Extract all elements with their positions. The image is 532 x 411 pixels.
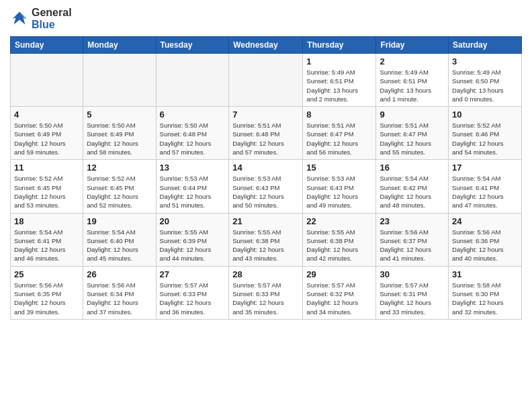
day-info: Sunrise: 5:57 AM Sunset: 6:32 PM Dayligh… bbox=[306, 281, 372, 316]
calendar-header-friday: Friday bbox=[376, 37, 449, 54]
calendar-cell: 12Sunrise: 5:52 AM Sunset: 6:45 PM Dayli… bbox=[83, 160, 156, 213]
calendar-cell: 11Sunrise: 5:52 AM Sunset: 6:45 PM Dayli… bbox=[11, 160, 83, 213]
day-info: Sunrise: 5:53 AM Sunset: 6:44 PM Dayligh… bbox=[160, 174, 226, 210]
day-info: Sunrise: 5:55 AM Sunset: 6:38 PM Dayligh… bbox=[306, 228, 372, 263]
day-info: Sunrise: 5:49 AM Sunset: 6:51 PM Dayligh… bbox=[380, 68, 445, 103]
day-number: 2 bbox=[380, 56, 445, 66]
calendar-week-row: 4Sunrise: 5:50 AM Sunset: 6:49 PM Daylig… bbox=[11, 107, 522, 160]
day-number: 28 bbox=[232, 269, 299, 279]
calendar-cell: 16Sunrise: 5:54 AM Sunset: 6:42 PM Dayli… bbox=[376, 160, 449, 213]
day-info: Sunrise: 5:54 AM Sunset: 6:40 PM Dayligh… bbox=[87, 228, 152, 263]
calendar-cell: 20Sunrise: 5:55 AM Sunset: 6:39 PM Dayli… bbox=[156, 213, 229, 266]
day-info: Sunrise: 5:58 AM Sunset: 6:30 PM Dayligh… bbox=[452, 281, 518, 316]
calendar-cell: 10Sunrise: 5:52 AM Sunset: 6:46 PM Dayli… bbox=[449, 107, 522, 160]
page: General Blue SundayMondayTuesdayWednesda… bbox=[0, 0, 532, 326]
calendar-cell: 17Sunrise: 5:54 AM Sunset: 6:41 PM Dayli… bbox=[449, 160, 522, 213]
day-number: 23 bbox=[380, 216, 445, 226]
calendar-header-monday: Monday bbox=[83, 37, 156, 54]
calendar-cell: 31Sunrise: 5:58 AM Sunset: 6:30 PM Dayli… bbox=[449, 266, 522, 319]
calendar-header-saturday: Saturday bbox=[449, 37, 522, 54]
day-info: Sunrise: 5:52 AM Sunset: 6:45 PM Dayligh… bbox=[14, 174, 79, 210]
day-number: 31 bbox=[452, 269, 518, 279]
day-info: Sunrise: 5:57 AM Sunset: 6:33 PM Dayligh… bbox=[160, 281, 226, 316]
calendar-header-thursday: Thursday bbox=[303, 37, 376, 54]
day-info: Sunrise: 5:54 AM Sunset: 6:41 PM Dayligh… bbox=[14, 228, 79, 263]
day-info: Sunrise: 5:51 AM Sunset: 6:48 PM Dayligh… bbox=[232, 121, 299, 156]
calendar-cell: 29Sunrise: 5:57 AM Sunset: 6:32 PM Dayli… bbox=[303, 266, 376, 319]
calendar-cell: 4Sunrise: 5:50 AM Sunset: 6:49 PM Daylig… bbox=[11, 107, 83, 160]
day-number: 24 bbox=[452, 216, 518, 226]
day-info: Sunrise: 5:56 AM Sunset: 6:34 PM Dayligh… bbox=[87, 281, 152, 316]
day-info: Sunrise: 5:49 AM Sunset: 6:51 PM Dayligh… bbox=[306, 68, 372, 103]
day-number: 19 bbox=[87, 216, 152, 226]
day-number: 5 bbox=[87, 109, 152, 120]
day-number: 16 bbox=[380, 163, 445, 173]
day-info: Sunrise: 5:53 AM Sunset: 6:43 PM Dayligh… bbox=[232, 174, 299, 210]
calendar-cell: 26Sunrise: 5:56 AM Sunset: 6:34 PM Dayli… bbox=[83, 266, 156, 319]
day-number: 20 bbox=[160, 216, 226, 226]
calendar-cell: 14Sunrise: 5:53 AM Sunset: 6:43 PM Dayli… bbox=[229, 160, 303, 213]
day-info: Sunrise: 5:49 AM Sunset: 6:50 PM Dayligh… bbox=[452, 68, 518, 103]
day-number: 30 bbox=[380, 269, 445, 279]
day-number: 9 bbox=[380, 109, 445, 120]
day-info: Sunrise: 5:50 AM Sunset: 6:49 PM Dayligh… bbox=[14, 121, 79, 156]
day-number: 4 bbox=[14, 109, 79, 120]
calendar-cell: 24Sunrise: 5:56 AM Sunset: 6:36 PM Dayli… bbox=[449, 213, 522, 266]
day-number: 7 bbox=[232, 109, 299, 120]
day-number: 18 bbox=[14, 216, 79, 226]
calendar-cell: 15Sunrise: 5:53 AM Sunset: 6:43 PM Dayli… bbox=[303, 160, 376, 213]
day-number: 17 bbox=[452, 163, 518, 173]
calendar-header-tuesday: Tuesday bbox=[156, 37, 229, 54]
calendar-cell: 8Sunrise: 5:51 AM Sunset: 6:47 PM Daylig… bbox=[303, 107, 376, 160]
calendar-cell: 3Sunrise: 5:49 AM Sunset: 6:50 PM Daylig… bbox=[449, 54, 522, 107]
calendar-cell: 18Sunrise: 5:54 AM Sunset: 6:41 PM Dayli… bbox=[11, 213, 83, 266]
logo-bird-icon bbox=[10, 9, 29, 28]
calendar-header-row: SundayMondayTuesdayWednesdayThursdayFrid… bbox=[11, 37, 522, 54]
day-info: Sunrise: 5:56 AM Sunset: 6:35 PM Dayligh… bbox=[14, 281, 79, 316]
day-info: Sunrise: 5:55 AM Sunset: 6:38 PM Dayligh… bbox=[232, 228, 299, 263]
calendar-header-sunday: Sunday bbox=[11, 37, 83, 54]
day-info: Sunrise: 5:52 AM Sunset: 6:45 PM Dayligh… bbox=[87, 174, 152, 210]
day-number: 29 bbox=[306, 269, 372, 279]
calendar-cell: 23Sunrise: 5:56 AM Sunset: 6:37 PM Dayli… bbox=[376, 213, 449, 266]
calendar-cell: 28Sunrise: 5:57 AM Sunset: 6:33 PM Dayli… bbox=[229, 266, 303, 319]
calendar-cell: 22Sunrise: 5:55 AM Sunset: 6:38 PM Dayli… bbox=[303, 213, 376, 266]
calendar-cell bbox=[83, 54, 156, 107]
calendar-cell bbox=[11, 54, 83, 107]
day-number: 8 bbox=[306, 109, 372, 120]
calendar-cell: 30Sunrise: 5:57 AM Sunset: 6:31 PM Dayli… bbox=[376, 266, 449, 319]
day-info: Sunrise: 5:54 AM Sunset: 6:42 PM Dayligh… bbox=[380, 174, 445, 210]
calendar-cell: 9Sunrise: 5:51 AM Sunset: 6:47 PM Daylig… bbox=[376, 107, 449, 160]
day-number: 15 bbox=[306, 163, 372, 173]
calendar-week-row: 25Sunrise: 5:56 AM Sunset: 6:35 PM Dayli… bbox=[11, 266, 522, 319]
day-number: 25 bbox=[14, 269, 79, 279]
day-info: Sunrise: 5:50 AM Sunset: 6:48 PM Dayligh… bbox=[160, 121, 226, 156]
calendar-cell: 21Sunrise: 5:55 AM Sunset: 6:38 PM Dayli… bbox=[229, 213, 303, 266]
day-number: 11 bbox=[14, 163, 79, 173]
calendar-cell: 5Sunrise: 5:50 AM Sunset: 6:49 PM Daylig… bbox=[83, 107, 156, 160]
calendar-week-row: 11Sunrise: 5:52 AM Sunset: 6:45 PM Dayli… bbox=[11, 160, 522, 213]
day-info: Sunrise: 5:57 AM Sunset: 6:31 PM Dayligh… bbox=[380, 281, 445, 316]
calendar-cell: 25Sunrise: 5:56 AM Sunset: 6:35 PM Dayli… bbox=[11, 266, 83, 319]
day-info: Sunrise: 5:54 AM Sunset: 6:41 PM Dayligh… bbox=[452, 174, 518, 210]
day-number: 1 bbox=[306, 56, 372, 66]
calendar-week-row: 18Sunrise: 5:54 AM Sunset: 6:41 PM Dayli… bbox=[11, 213, 522, 266]
day-number: 21 bbox=[232, 216, 299, 226]
calendar-header-wednesday: Wednesday bbox=[229, 37, 303, 54]
day-number: 26 bbox=[87, 269, 152, 279]
day-info: Sunrise: 5:51 AM Sunset: 6:47 PM Dayligh… bbox=[306, 121, 372, 156]
calendar-cell: 19Sunrise: 5:54 AM Sunset: 6:40 PM Dayli… bbox=[83, 213, 156, 266]
day-number: 14 bbox=[232, 163, 299, 173]
calendar-cell: 13Sunrise: 5:53 AM Sunset: 6:44 PM Dayli… bbox=[156, 160, 229, 213]
day-number: 12 bbox=[87, 163, 152, 173]
calendar-cell bbox=[229, 54, 303, 107]
day-info: Sunrise: 5:51 AM Sunset: 6:47 PM Dayligh… bbox=[380, 121, 445, 156]
day-number: 22 bbox=[306, 216, 372, 226]
day-info: Sunrise: 5:57 AM Sunset: 6:33 PM Dayligh… bbox=[232, 281, 299, 316]
day-number: 27 bbox=[160, 269, 226, 279]
day-number: 10 bbox=[452, 109, 518, 120]
calendar-cell bbox=[156, 54, 229, 107]
calendar-cell: 6Sunrise: 5:50 AM Sunset: 6:48 PM Daylig… bbox=[156, 107, 229, 160]
day-info: Sunrise: 5:50 AM Sunset: 6:49 PM Dayligh… bbox=[87, 121, 152, 156]
day-info: Sunrise: 5:55 AM Sunset: 6:39 PM Dayligh… bbox=[160, 228, 226, 263]
